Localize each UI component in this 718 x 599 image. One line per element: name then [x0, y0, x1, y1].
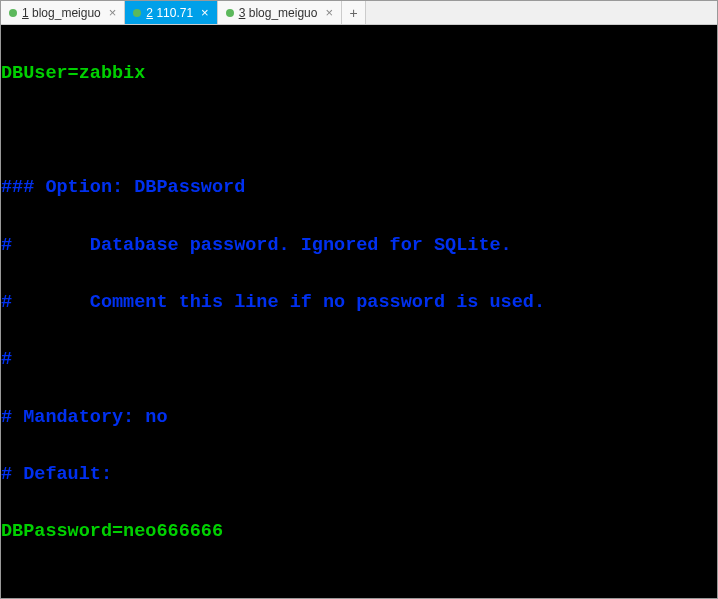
connection-status-icon [226, 9, 234, 17]
terminal-output[interactable]: DBUser=zabbix ### Option: DBPassword # D… [1, 25, 717, 598]
comment-line: # Mandatory: no [1, 404, 717, 433]
tab-blog-meiguo-1[interactable]: 1 blog_meiguo × [1, 1, 125, 24]
config-line: DBUser=zabbix [1, 60, 717, 89]
add-tab-button[interactable]: + [342, 1, 366, 24]
blank-line [1, 117, 717, 146]
comment-line: # Default: [1, 461, 717, 490]
comment-line: # Comment this line if no password is us… [1, 289, 717, 318]
close-icon[interactable]: × [322, 5, 333, 20]
tab-label: 3 blog_meiguo [239, 6, 318, 20]
connection-status-icon [9, 9, 17, 17]
comment-line: ### Option: DBPassword [1, 174, 717, 203]
blank-line [1, 576, 717, 598]
close-icon[interactable]: × [198, 5, 209, 20]
config-line: DBPassword=neo666666 [1, 518, 717, 547]
tab-110-71[interactable]: 2 110.71 × [125, 1, 217, 24]
comment-line: # [1, 346, 717, 375]
tab-label: 2 110.71 [146, 6, 193, 20]
tab-label: 1 blog_meiguo [22, 6, 101, 20]
comment-line: # Database password. Ignored for SQLite. [1, 232, 717, 261]
connection-status-icon [133, 9, 141, 17]
tab-blog-meiguo-3[interactable]: 3 blog_meiguo × [218, 1, 342, 24]
tab-bar: 1 blog_meiguo × 2 110.71 × 3 blog_meiguo… [1, 1, 717, 25]
close-icon[interactable]: × [106, 5, 117, 20]
